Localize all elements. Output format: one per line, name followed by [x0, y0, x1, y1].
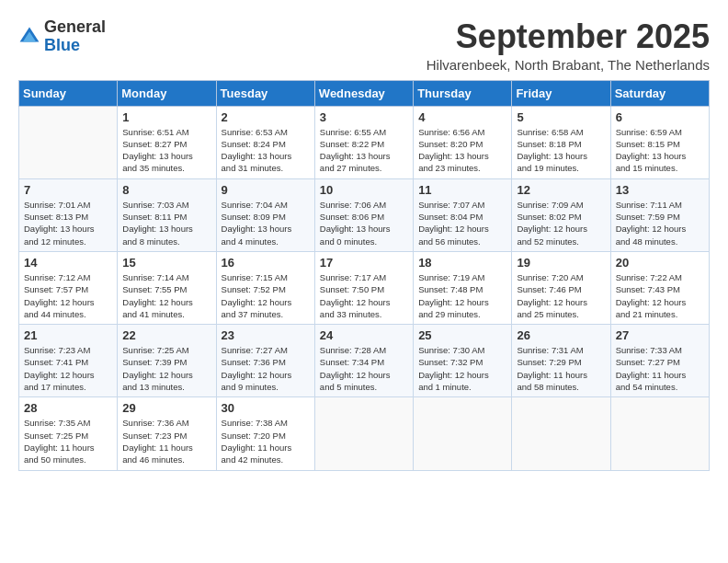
calendar-cell: 21Sunrise: 7:23 AM Sunset: 7:41 PM Dayli… — [19, 325, 118, 397]
day-number: 4 — [418, 110, 506, 124]
day-number: 28 — [24, 401, 112, 415]
calendar-cell: 2Sunrise: 6:53 AM Sunset: 8:24 PM Daylig… — [216, 106, 314, 178]
day-info: Sunrise: 7:23 AM Sunset: 7:41 PM Dayligh… — [24, 344, 112, 393]
calendar-cell: 29Sunrise: 7:36 AM Sunset: 7:23 PM Dayli… — [118, 397, 216, 470]
calendar-cell: 22Sunrise: 7:25 AM Sunset: 7:39 PM Dayli… — [118, 325, 216, 397]
page-header: General Blue September 2025 Hilvarenbeek… — [18, 18, 710, 73]
calendar-cell: 10Sunrise: 7:06 AM Sunset: 8:06 PM Dayli… — [314, 178, 413, 251]
day-info: Sunrise: 7:14 AM Sunset: 7:55 PM Dayligh… — [122, 271, 210, 320]
day-number: 27 — [616, 328, 704, 342]
month-title: September 2025 — [427, 18, 710, 55]
day-info: Sunrise: 6:51 AM Sunset: 8:27 PM Dayligh… — [122, 126, 210, 175]
logo: General Blue — [18, 18, 106, 55]
calendar-cell: 1Sunrise: 6:51 AM Sunset: 8:27 PM Daylig… — [118, 106, 216, 178]
calendar-cell: 13Sunrise: 7:11 AM Sunset: 7:59 PM Dayli… — [610, 178, 709, 251]
day-info: Sunrise: 7:36 AM Sunset: 7:23 PM Dayligh… — [122, 417, 210, 465]
day-number: 10 — [320, 183, 408, 197]
day-number: 7 — [24, 183, 112, 197]
day-number: 22 — [122, 328, 210, 342]
week-row-1: 1Sunrise: 6:51 AM Sunset: 8:27 PM Daylig… — [19, 106, 710, 178]
day-number: 14 — [24, 256, 112, 270]
logo-icon — [18, 26, 40, 48]
day-info: Sunrise: 7:19 AM Sunset: 7:48 PM Dayligh… — [418, 271, 506, 320]
day-number: 23 — [222, 328, 310, 342]
calendar-cell: 26Sunrise: 7:31 AM Sunset: 7:29 PM Dayli… — [512, 325, 610, 397]
calendar-table: SundayMondayTuesdayWednesdayThursdayFrid… — [18, 80, 710, 471]
column-header-sunday: Sunday — [19, 80, 118, 106]
day-number: 9 — [222, 183, 310, 197]
day-info: Sunrise: 7:33 AM Sunset: 7:27 PM Dayligh… — [616, 344, 704, 393]
day-info: Sunrise: 7:30 AM Sunset: 7:32 PM Dayligh… — [418, 344, 506, 393]
day-number: 2 — [222, 110, 310, 124]
calendar-cell: 9Sunrise: 7:04 AM Sunset: 8:09 PM Daylig… — [216, 178, 314, 251]
calendar-cell: 16Sunrise: 7:15 AM Sunset: 7:52 PM Dayli… — [216, 251, 314, 324]
day-info: Sunrise: 7:06 AM Sunset: 8:06 PM Dayligh… — [320, 199, 408, 247]
logo-blue-text: Blue — [44, 36, 80, 54]
day-number: 29 — [122, 401, 210, 415]
calendar-cell: 3Sunrise: 6:55 AM Sunset: 8:22 PM Daylig… — [314, 106, 413, 178]
day-info: Sunrise: 7:09 AM Sunset: 8:02 PM Dayligh… — [517, 199, 605, 247]
day-info: Sunrise: 7:25 AM Sunset: 7:39 PM Dayligh… — [122, 344, 210, 393]
calendar-cell — [314, 397, 413, 470]
calendar-cell: 18Sunrise: 7:19 AM Sunset: 7:48 PM Dayli… — [414, 251, 512, 324]
day-number: 20 — [616, 256, 704, 270]
column-header-thursday: Thursday — [414, 80, 512, 106]
calendar-cell: 25Sunrise: 7:30 AM Sunset: 7:32 PM Dayli… — [414, 325, 512, 397]
day-info: Sunrise: 6:53 AM Sunset: 8:24 PM Dayligh… — [222, 126, 310, 175]
day-number: 17 — [320, 256, 408, 270]
calendar-cell: 30Sunrise: 7:38 AM Sunset: 7:20 PM Dayli… — [216, 397, 314, 470]
day-number: 19 — [517, 256, 605, 270]
day-number: 15 — [122, 256, 210, 270]
day-info: Sunrise: 6:59 AM Sunset: 8:15 PM Dayligh… — [616, 126, 704, 175]
day-info: Sunrise: 7:31 AM Sunset: 7:29 PM Dayligh… — [517, 344, 605, 393]
day-number: 26 — [517, 328, 605, 342]
column-header-monday: Monday — [118, 80, 216, 106]
day-info: Sunrise: 7:35 AM Sunset: 7:25 PM Dayligh… — [24, 417, 112, 465]
day-info: Sunrise: 7:07 AM Sunset: 8:04 PM Dayligh… — [418, 199, 506, 247]
day-info: Sunrise: 7:27 AM Sunset: 7:36 PM Dayligh… — [222, 344, 310, 393]
day-info: Sunrise: 6:55 AM Sunset: 8:22 PM Dayligh… — [320, 126, 408, 175]
calendar-cell: 28Sunrise: 7:35 AM Sunset: 7:25 PM Dayli… — [19, 397, 118, 470]
day-info: Sunrise: 6:58 AM Sunset: 8:18 PM Dayligh… — [517, 126, 605, 175]
column-header-saturday: Saturday — [610, 80, 709, 106]
day-info: Sunrise: 7:20 AM Sunset: 7:46 PM Dayligh… — [517, 271, 605, 320]
week-row-3: 14Sunrise: 7:12 AM Sunset: 7:57 PM Dayli… — [19, 251, 710, 324]
day-number: 25 — [418, 328, 506, 342]
column-header-tuesday: Tuesday — [216, 80, 314, 106]
day-number: 18 — [418, 256, 506, 270]
day-number: 13 — [616, 183, 704, 197]
calendar-cell: 14Sunrise: 7:12 AM Sunset: 7:57 PM Dayli… — [19, 251, 118, 324]
day-info: Sunrise: 7:11 AM Sunset: 7:59 PM Dayligh… — [616, 199, 704, 247]
week-row-4: 21Sunrise: 7:23 AM Sunset: 7:41 PM Dayli… — [19, 325, 710, 397]
day-info: Sunrise: 7:28 AM Sunset: 7:34 PM Dayligh… — [320, 344, 408, 393]
day-info: Sunrise: 7:38 AM Sunset: 7:20 PM Dayligh… — [222, 417, 310, 465]
day-number: 5 — [517, 110, 605, 124]
day-info: Sunrise: 7:15 AM Sunset: 7:52 PM Dayligh… — [222, 271, 310, 320]
day-number: 24 — [320, 328, 408, 342]
calendar-cell: 15Sunrise: 7:14 AM Sunset: 7:55 PM Dayli… — [118, 251, 216, 324]
day-number: 3 — [320, 110, 408, 124]
day-info: Sunrise: 7:01 AM Sunset: 8:13 PM Dayligh… — [24, 199, 112, 247]
calendar-cell: 24Sunrise: 7:28 AM Sunset: 7:34 PM Dayli… — [314, 325, 413, 397]
calendar-cell: 20Sunrise: 7:22 AM Sunset: 7:43 PM Dayli… — [610, 251, 709, 324]
calendar-cell: 19Sunrise: 7:20 AM Sunset: 7:46 PM Dayli… — [512, 251, 610, 324]
day-number: 8 — [122, 183, 210, 197]
calendar-cell: 5Sunrise: 6:58 AM Sunset: 8:18 PM Daylig… — [512, 106, 610, 178]
day-info: Sunrise: 7:17 AM Sunset: 7:50 PM Dayligh… — [320, 271, 408, 320]
title-block: September 2025 Hilvarenbeek, North Braba… — [427, 18, 710, 73]
week-row-5: 28Sunrise: 7:35 AM Sunset: 7:25 PM Dayli… — [19, 397, 710, 470]
column-header-wednesday: Wednesday — [314, 80, 413, 106]
calendar-cell: 23Sunrise: 7:27 AM Sunset: 7:36 PM Dayli… — [216, 325, 314, 397]
calendar-cell: 4Sunrise: 6:56 AM Sunset: 8:20 PM Daylig… — [414, 106, 512, 178]
column-header-friday: Friday — [512, 80, 610, 106]
location-subtitle: Hilvarenbeek, North Brabant, The Netherl… — [427, 57, 710, 73]
calendar-cell — [610, 397, 709, 470]
day-number: 16 — [222, 256, 310, 270]
day-number: 30 — [222, 401, 310, 415]
calendar-cell: 6Sunrise: 6:59 AM Sunset: 8:15 PM Daylig… — [610, 106, 709, 178]
day-number: 12 — [517, 183, 605, 197]
day-info: Sunrise: 6:56 AM Sunset: 8:20 PM Dayligh… — [418, 126, 506, 175]
week-row-2: 7Sunrise: 7:01 AM Sunset: 8:13 PM Daylig… — [19, 178, 710, 251]
day-info: Sunrise: 7:22 AM Sunset: 7:43 PM Dayligh… — [616, 271, 704, 320]
day-number: 21 — [24, 328, 112, 342]
